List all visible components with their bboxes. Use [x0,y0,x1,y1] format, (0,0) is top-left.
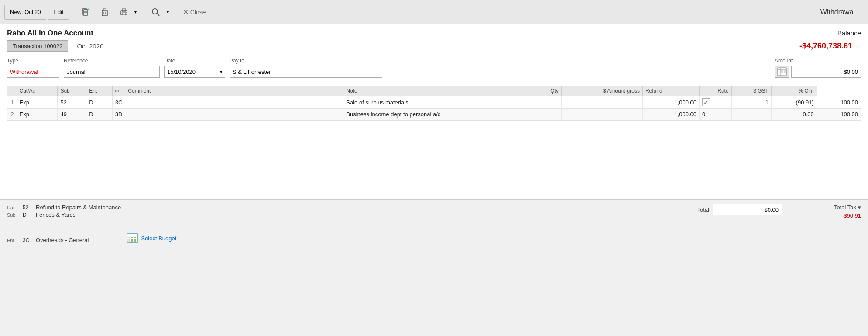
col-refund: Refund [642,86,699,96]
svg-rect-18 [781,70,783,72]
attach-button[interactable] [77,4,94,21]
bottom-area: Cat 52 Refund to Repairs & Maintenance S… [0,199,868,249]
svg-rect-26 [134,237,136,238]
row2-code: 3D [112,109,125,120]
row2-clm: 100.00 [817,109,861,120]
sub-desc: Fences & Yards [36,211,75,218]
col-amount-gross: $ Amount-gross [561,86,642,96]
toolbar-title: Withdrawal [820,8,864,16]
row2-rate [731,109,771,120]
account-name: Rabo All In One Account [7,29,93,38]
reference-field-group: Reference [64,58,160,78]
svg-rect-21 [784,72,786,73]
new-button[interactable]: New: Oct'20 [4,5,46,20]
search-button[interactable] [147,4,165,21]
svg-rect-4 [102,10,107,16]
row1-code: 3C [112,96,125,109]
svg-rect-31 [127,237,130,238]
close-x-button[interactable]: ✕ Close [179,4,210,21]
print-dropdown[interactable]: ▾ [132,4,139,21]
date-field-group: Date 15/10/2020 [164,58,225,78]
row1-link [125,96,343,109]
row2-cat: Exp [17,109,58,120]
print-wrapper: ▾ [115,4,139,21]
row2-refund: 0 [700,109,732,120]
row1-num: 1 [7,96,17,109]
sub-row: Sub D Fences & Yards [7,211,697,218]
print-button[interactable] [115,4,132,21]
transaction-badge: Transaction 100022 [7,40,68,52]
transactions-table: Cat/Ac Sub Ent ∞ Comment Note Qty $ Amou… [7,86,861,120]
row1-amount: -1,000.00 [642,96,699,109]
ent-code-value: 3C [23,237,33,243]
search-icon [151,7,161,17]
row1-comment: Sale of surplus materials [343,96,535,109]
print-icon [119,7,129,17]
total-tax-dropdown[interactable]: ▾ [858,204,861,211]
row2-gst: 0.00 [771,109,817,120]
amount-icon-btn[interactable] [775,66,789,78]
row2-ent: D [86,109,112,120]
amount-input[interactable] [791,66,861,78]
close-label: Close [190,9,206,16]
ent-row: Ent 3C Overheads - General [7,219,697,244]
amount-label: Amount [775,58,861,64]
delete-button[interactable] [96,4,113,21]
svg-rect-25 [131,237,133,238]
svg-rect-30 [134,240,136,242]
svg-point-12 [126,12,127,13]
svg-rect-29 [131,240,133,242]
row1-refund: ✓ [700,96,732,109]
svg-rect-28 [134,239,136,240]
col-sub: Sub [58,86,86,96]
select-budget-btn[interactable]: Select Budget [141,235,176,242]
date-wrapper: 15/10/2020 [164,66,225,78]
delete-icon [100,7,110,17]
row2-qty [561,109,642,120]
balance-label: Balance [837,29,861,37]
table-container: Cat/Ac Sub Ent ∞ Comment Note Qty $ Amou… [7,86,861,120]
edit-button-label: Edit [54,9,63,15]
payto-input[interactable] [230,66,382,78]
toolbar: New: Oct'20 Edit [0,0,868,24]
total-label: Total [697,207,709,213]
reference-input[interactable] [64,66,160,78]
type-input[interactable] [7,66,59,78]
separator-1 [73,6,73,19]
balance-amount: -$4,760,738.61 [799,42,861,51]
form-row: Type Reference Date 15/10/2020 Pay to Am… [7,58,861,82]
date-label: Date [164,58,225,64]
col-ent: Ent [86,86,112,96]
separator-2 [143,6,143,19]
tax-section: Total Tax ▾ -$90.91 [791,204,861,219]
col-num [7,86,17,96]
total-tax-label: Total Tax ▾ [834,204,861,211]
amount-field-group: Amount [775,58,861,78]
total-input[interactable] [713,204,782,215]
spreadsheet-budget-icon [127,233,138,243]
cat-key-label: Cat [7,205,20,210]
ent-key-label: Ent [7,238,20,243]
edit-button[interactable]: Edit [48,5,69,20]
svg-rect-32 [127,239,130,240]
main-content: Rabo All In One Account Balance Transact… [0,24,868,199]
search-dropdown[interactable]: ▾ [165,4,172,21]
row1-clm: 100.00 [817,96,861,109]
svg-rect-27 [131,239,133,240]
date-select[interactable]: 15/10/2020 [164,66,225,78]
amount-section: Amount [775,58,861,78]
attach-icon [81,7,90,17]
svg-point-13 [152,9,158,14]
row1-sub: 52 [58,96,86,109]
cat-desc: Refund to Repairs & Maintenance [36,204,121,211]
payto-field-group: Pay to [230,58,382,78]
svg-rect-6 [103,9,106,10]
row1-rate: 1 [731,96,771,109]
svg-rect-19 [781,72,783,73]
col-clm: % Clm [771,86,817,96]
close-x-icon: ✕ [183,8,189,16]
category-info: Cat 52 Refund to Repairs & Maintenance S… [7,204,697,244]
row1-refund-check[interactable]: ✓ [702,98,710,106]
total-tax-text: Total Tax [834,204,856,211]
account-header: Rabo All In One Account Balance [7,29,861,38]
